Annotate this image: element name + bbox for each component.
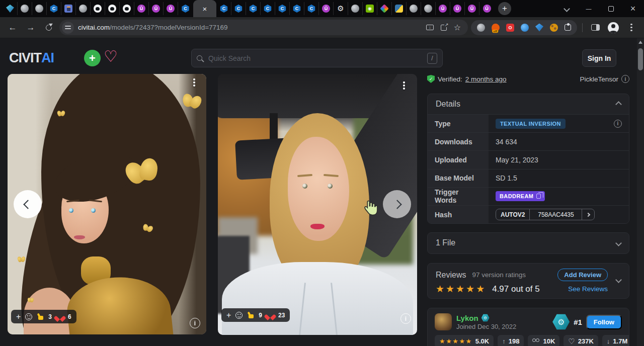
pinned-tab[interactable] (61, 2, 76, 15)
scrollbar-thumb[interactable] (638, 48, 643, 70)
pinned-tab[interactable] (231, 2, 246, 15)
extension-icon[interactable] (565, 24, 571, 31)
tab-close-icon[interactable] (203, 5, 207, 13)
extension-icon[interactable] (506, 24, 514, 32)
trigger-word-badge[interactable]: BADDREAM (496, 191, 545, 201)
pinned-tab[interactable] (217, 2, 231, 15)
model-type-badge[interactable]: TEXTUAL INVERSION (496, 119, 566, 129)
creator-stat-badge[interactable]: 198 (498, 335, 524, 346)
maximize-button[interactable] (600, 0, 622, 17)
image-menu-icon[interactable] (399, 79, 409, 92)
pinned-tab[interactable] (18, 2, 32, 15)
file-format-info-icon[interactable] (621, 75, 629, 83)
pinned-tab[interactable] (32, 2, 47, 15)
copy-icon[interactable] (536, 194, 541, 199)
extension-icon[interactable] (491, 23, 501, 32)
support-heart-icon[interactable] (104, 47, 118, 66)
pinned-tab[interactable] (120, 2, 134, 15)
share-icon[interactable] (441, 25, 447, 31)
pinned-tab[interactable] (290, 2, 304, 15)
pinned-tab[interactable] (407, 2, 421, 15)
close-window-button[interactable] (622, 0, 644, 17)
pinned-tab[interactable] (392, 2, 407, 15)
pinned-tab[interactable] (76, 2, 91, 15)
type-info-icon[interactable] (614, 120, 622, 128)
files-header[interactable]: 1 File (428, 233, 629, 253)
hash-value[interactable]: 758AAC4435 (530, 209, 582, 220)
pinned-tab[interactable] (436, 2, 450, 15)
pinned-tab[interactable] (3, 2, 18, 15)
forward-icon[interactable] (23, 20, 38, 35)
search-input[interactable] (207, 54, 422, 63)
see-reviews-link[interactable]: See Reviews (568, 285, 608, 293)
reload-icon[interactable] (41, 20, 56, 35)
pinned-tab[interactable] (377, 2, 392, 15)
minimize-button[interactable] (578, 0, 600, 17)
page-scrollbar[interactable] (637, 38, 644, 346)
extension-icon[interactable] (477, 24, 485, 32)
add-reaction-icon[interactable] (226, 311, 231, 319)
pinned-tab[interactable] (363, 2, 377, 15)
add-reaction-icon[interactable] (16, 313, 21, 321)
rank-badge-icon[interactable] (552, 313, 570, 330)
image-menu-icon[interactable] (189, 76, 199, 89)
pinned-tab[interactable] (149, 2, 164, 15)
pinned-tab[interactable] (450, 2, 465, 15)
pinned-tab[interactable] (105, 2, 120, 15)
follow-button[interactable]: Follow (586, 315, 622, 329)
profile-avatar-icon[interactable] (606, 20, 621, 35)
pinned-tab[interactable] (421, 2, 436, 15)
url-text[interactable]: civitai.com/models/72437?modelVersionId=… (78, 24, 422, 31)
add-review-button[interactable]: Add Review (557, 269, 608, 281)
pinned-tab[interactable] (47, 2, 61, 15)
create-plus-button[interactable] (84, 50, 101, 66)
pinned-tab[interactable] (261, 2, 275, 15)
pinned-tab[interactable] (479, 2, 494, 15)
civitai-logo[interactable]: CIVIT AI (9, 50, 54, 66)
emoji-icon[interactable] (25, 313, 32, 320)
carousel-prev-button[interactable] (14, 190, 42, 218)
hash-expand-icon[interactable] (582, 209, 594, 220)
creator-stat-badge[interactable]: 237K (564, 335, 598, 346)
verified-time-link[interactable]: 2 months ago (465, 75, 507, 83)
extension-icon[interactable] (550, 24, 558, 32)
image-info-icon[interactable] (190, 318, 200, 328)
active-tab[interactable] (193, 0, 216, 17)
creator-stat-badge[interactable]: 1.7M (602, 335, 629, 346)
creator-stat-badge[interactable]: 5.0K (435, 335, 494, 346)
thumbs-up-icon[interactable] (37, 313, 44, 320)
pinned-tab[interactable] (164, 2, 178, 15)
side-panel-icon[interactable] (588, 20, 603, 35)
pinned-tab[interactable] (319, 2, 334, 15)
address-bar[interactable]: civitai.com/models/72437?modelVersionId=… (59, 20, 468, 35)
thumbs-up-icon[interactable] (247, 312, 254, 318)
browser-menu-icon[interactable] (624, 20, 639, 35)
sign-in-button[interactable]: Sign In (582, 49, 616, 67)
heart-reaction-icon[interactable] (267, 312, 274, 318)
pinned-tab[interactable] (178, 2, 193, 15)
send-to-device-icon[interactable] (426, 25, 434, 30)
carousel-next-button[interactable] (383, 190, 411, 218)
extension-icon[interactable] (535, 24, 543, 32)
pinned-tab[interactable] (91, 2, 105, 15)
pinned-tab[interactable] (275, 2, 290, 15)
new-tab-button[interactable] (498, 2, 511, 15)
expand-chevron-icon[interactable] (615, 240, 622, 246)
heart-reaction-icon[interactable] (56, 314, 63, 320)
pinned-tab[interactable] (134, 2, 149, 15)
creator-avatar[interactable] (435, 313, 452, 330)
bookmark-star-icon[interactable] (454, 23, 461, 32)
collapse-chevron-icon[interactable] (615, 101, 622, 108)
emoji-icon[interactable] (235, 312, 243, 319)
back-icon[interactable] (5, 20, 20, 35)
pinned-tab[interactable] (246, 2, 261, 15)
quick-search-box[interactable]: / (191, 49, 443, 67)
pinned-tab[interactable] (348, 2, 363, 15)
pinned-tab[interactable] (304, 2, 319, 15)
tab-search-icon[interactable] (555, 0, 578, 17)
pinned-tab[interactable] (465, 2, 479, 15)
site-settings-icon[interactable] (62, 22, 74, 34)
scroll-up-arrow-icon[interactable] (638, 41, 642, 44)
creator-stat-badge[interactable]: 10K (528, 335, 559, 346)
pinned-tab[interactable] (334, 2, 348, 15)
